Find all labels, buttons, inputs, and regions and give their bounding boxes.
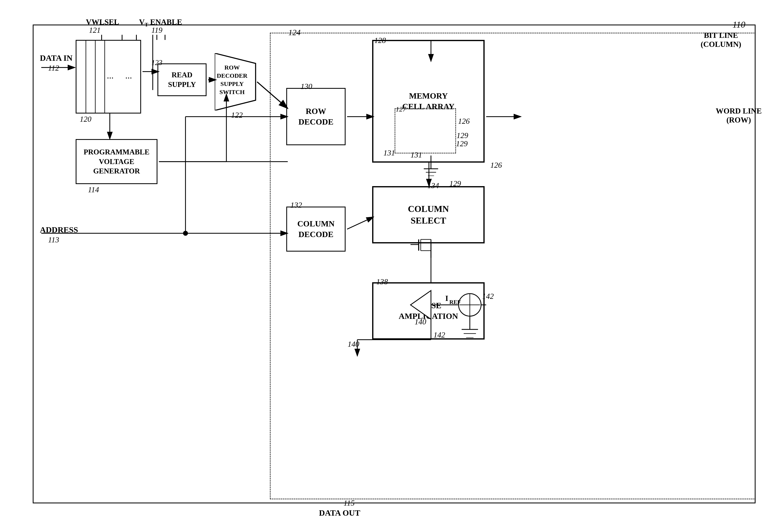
ref-130: 130 bbox=[301, 82, 312, 91]
word-line-label: WORD LINE(ROW) bbox=[716, 106, 762, 124]
vwlsel-label: VWLSEL bbox=[86, 17, 119, 26]
svg-text:SUPPLY: SUPPLY bbox=[220, 80, 244, 87]
ref-123: 123 bbox=[151, 58, 162, 67]
ref-140: 140 bbox=[348, 340, 359, 349]
data-in-label: DATA IN bbox=[40, 53, 72, 63]
address-ref: 113 bbox=[48, 235, 59, 244]
ref-114: 114 bbox=[88, 185, 99, 194]
column-select-block: COLUMNSELECT bbox=[372, 186, 484, 243]
ref-132: 132 bbox=[290, 200, 302, 209]
data-out-ref: 115 bbox=[344, 499, 355, 508]
row-decode-block: ROWDECODE bbox=[286, 88, 346, 145]
address-label: ADDRESS bbox=[40, 225, 78, 234]
ref-127: 127 bbox=[396, 105, 406, 113]
memory-cell-dashed bbox=[395, 109, 456, 153]
ref-110: 110 bbox=[733, 19, 745, 30]
read-supply-block: READSUPPLY bbox=[158, 63, 207, 96]
vt-enable-ref: 119 bbox=[151, 26, 162, 35]
voltage-reg-block: ... ... bbox=[76, 40, 141, 114]
ref-124: 124 bbox=[288, 28, 301, 37]
ref-134: 134 bbox=[427, 181, 439, 190]
column-decode-block: COLUMNDECODE bbox=[286, 207, 346, 251]
ref-138: 138 bbox=[376, 277, 388, 286]
data-in-ref: 112 bbox=[48, 63, 59, 72]
ref-129: 129 bbox=[456, 139, 468, 148]
ref-122: 122 bbox=[231, 111, 243, 120]
data-out-label: DATA OUT bbox=[319, 508, 360, 518]
svg-text:ROW: ROW bbox=[224, 64, 240, 71]
bit-line-label: BIT LINE(COLUMN) bbox=[701, 31, 741, 49]
svg-text:...: ... bbox=[107, 70, 114, 80]
sense-amplification-block: SENSEAMPLICATION bbox=[372, 282, 484, 340]
svg-text:DECODER: DECODER bbox=[217, 72, 247, 79]
programmable-voltage-block: PROGRAMMABLEVOLTAGEGENERATOR bbox=[76, 139, 158, 184]
ref-131: 131 bbox=[383, 148, 395, 157]
ref-120: 120 bbox=[80, 115, 91, 124]
svg-text:...: ... bbox=[125, 70, 132, 80]
vwlsel-ref: 121 bbox=[89, 26, 101, 35]
ref-142: 142 bbox=[433, 330, 445, 339]
row-decoder-supply-block: ROW DECODER SUPPLY SWITCH bbox=[215, 53, 272, 111]
diagram-container: 110 VWLSEL 121 VT ENABLE 119 DATA IN 112… bbox=[8, 8, 768, 524]
ref-128: 128 bbox=[374, 36, 386, 45]
ref-126: 126 bbox=[458, 117, 470, 126]
svg-text:SWITCH: SWITCH bbox=[219, 88, 244, 95]
